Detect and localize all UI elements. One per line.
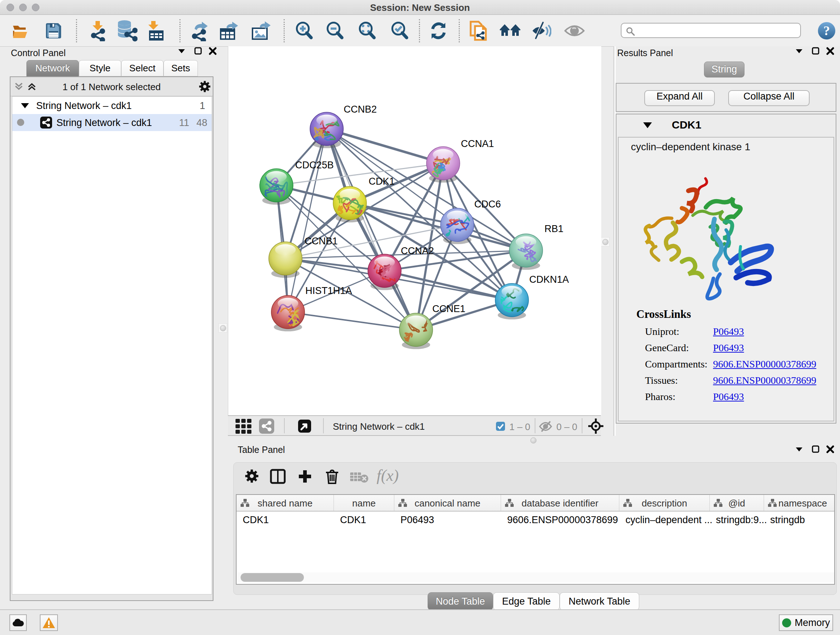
crosshair-icon[interactable] [588,418,603,434]
tab-network-table[interactable]: Network Table [560,592,639,610]
network-graph: CCNB2CCNA1CDC25BCDK1CDC6RB1CCNB1CCNA2CDK… [228,46,601,415]
export-image-button[interactable] [250,15,271,46]
table-cell[interactable]: P06493 [401,515,434,526]
column-header-canonical-name[interactable]: canonical name [394,495,501,511]
clone-network-button[interactable] [469,15,489,46]
node-CDKN1A[interactable]: CDKN1A [495,274,569,319]
crosslink-link[interactable]: P06493 [713,342,744,354]
open-session-button[interactable] [11,15,30,46]
search-input[interactable] [638,24,798,37]
column-header-database-identifier[interactable]: database identifier [501,495,619,511]
column-header-@id[interactable]: @id [710,495,764,511]
edge-CCNB2-CCNE1[interactable] [327,129,416,330]
node-CCNE1[interactable]: CCNE1 [399,303,466,349]
show-graphics-details-button[interactable] [564,15,584,46]
float-panel-icon[interactable] [794,445,804,454]
refresh-view-button[interactable] [429,15,448,46]
crosslink-link[interactable]: 9606.ENSP00000378699 [713,375,816,386]
tab-style[interactable]: Style [79,60,121,76]
float-panel-icon[interactable] [177,46,186,56]
tab-sets[interactable]: Sets [164,60,198,76]
tab-node-table[interactable]: Node Table [428,592,493,610]
save-session-button[interactable] [44,15,63,46]
table-settings-gear-icon[interactable] [245,469,259,483]
expand-all-button[interactable]: Expand All [644,90,715,106]
hide-selected-button[interactable] [532,15,551,46]
edge-HIST1H1A-CCNE1[interactable] [288,312,416,330]
birds-eye-view-icon[interactable] [298,419,311,433]
fit-content-button[interactable] [357,15,377,46]
help-button[interactable]: ? [817,15,836,46]
column-header-shared-name[interactable]: shared name [237,495,334,511]
maximize-panel-icon[interactable] [194,46,203,56]
zoom-in-button[interactable] [294,15,314,46]
crosslink-link[interactable]: P06493 [713,326,744,337]
delete-table-icon[interactable] [350,472,368,483]
collapse-section-icon[interactable] [643,121,653,130]
node-label-CCNB1: CCNB1 [305,236,338,247]
memory-button[interactable]: Memory [779,614,833,631]
right-splitter-handle[interactable] [601,237,609,247]
tab-edge-table[interactable]: Edge Table [493,592,560,610]
clone-network-icon [469,20,489,41]
table-cell[interactable]: CDK1 [243,515,269,526]
crosslink-link[interactable]: P06493 [713,391,744,402]
tab-select[interactable]: Select [121,60,164,76]
float-panel-icon[interactable] [794,46,804,56]
network-row-selected[interactable]: String Network – cdk1 11 48 [12,114,212,131]
export-table-button[interactable] [218,15,240,46]
protein-section-header[interactable]: CDK1 [616,114,836,137]
close-panel-icon[interactable] [826,46,835,56]
column-header-namespace[interactable]: namespace [764,495,835,511]
crosslink-link[interactable]: 9606.ENSP00000378699 [713,358,816,370]
show-all-button[interactable] [499,15,521,46]
close-panel-icon[interactable] [208,46,218,56]
add-column-icon[interactable] [297,469,313,484]
import-network-from-database-button[interactable] [115,15,137,46]
collapse-all-button[interactable]: Collapse All [728,90,810,106]
split-columns-icon[interactable] [270,469,286,484]
node-table: shared namenamecanonical namedatabase id… [236,494,835,585]
horizontal-scrollbar[interactable] [237,572,834,583]
import-network-button[interactable] [88,15,108,46]
table-cell[interactable]: CDK1 [340,515,366,526]
table-cell[interactable]: 9606.ENSP00000378699 [507,515,618,526]
maximize-panel-icon[interactable] [811,46,821,56]
network-view-icon[interactable] [259,418,275,434]
toolbar-separator [459,19,460,42]
column-header-name[interactable]: name [334,495,394,511]
zoom-selected-button[interactable] [390,15,409,46]
bottom-splitter-handle[interactable] [529,436,537,445]
footer-separator [582,418,583,433]
warnings-button[interactable] [40,614,58,631]
network-canvas[interactable]: CCNB2CCNA1CDC25BCDK1CDC6RB1CCNB1CCNA2CDK… [228,46,601,415]
table-cell[interactable]: cyclin–dependent ... [625,515,712,526]
import-table-button[interactable] [145,15,166,46]
selected-checkbox-icon[interactable] [496,421,505,431]
close-panel-icon[interactable] [826,445,835,454]
toolbar-separator [284,19,285,42]
table-cell[interactable]: stringdb:9... [716,515,767,526]
column-header-description[interactable]: description [619,495,710,511]
function-builder-icon[interactable]: f(x) [377,467,402,485]
delete-column-icon[interactable] [325,469,339,485]
scrollbar-thumb[interactable] [240,573,304,582]
cloud-button[interactable] [9,614,27,631]
maximize-panel-icon[interactable] [811,445,821,454]
tab-string[interactable]: String [704,62,745,78]
export-network-button[interactable] [189,15,210,46]
grid-view-icon[interactable] [235,418,252,434]
network-collection-row[interactable]: String Network – cdk1 1 [12,97,212,114]
node-HIST1H1A[interactable]: HIST1H1A [271,285,352,331]
search-field[interactable] [621,23,801,38]
expander-icon[interactable] [20,102,30,110]
left-splitter-handle[interactable] [218,323,227,333]
column-header-label: namespace [764,498,835,509]
zoom-out-button[interactable] [325,15,345,46]
edge-CCNB2-CCNA1[interactable] [327,129,443,163]
gear-icon[interactable] [199,80,211,93]
node-RB1[interactable]: RB1 [509,223,564,270]
tab-network[interactable]: Network [27,60,79,76]
node-CCNA1[interactable]: CCNA1 [426,138,494,182]
table-cell[interactable]: stringdb [770,515,805,526]
